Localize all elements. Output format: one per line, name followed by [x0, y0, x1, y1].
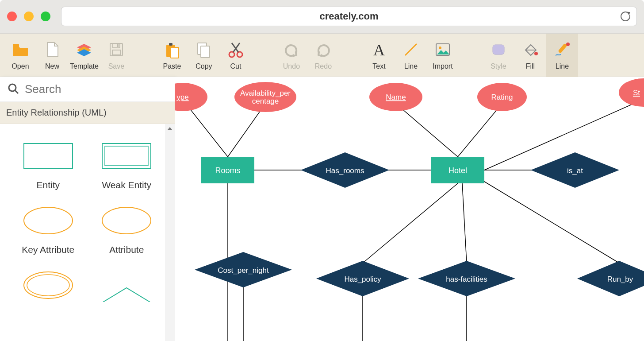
template-icon: [75, 40, 93, 59]
shape-search-input[interactable]: [25, 82, 169, 96]
browser-chrome: creately.com: [0, 0, 644, 34]
paste-button[interactable]: Paste: [156, 34, 188, 77]
reload-icon[interactable]: [621, 12, 630, 21]
diagram-canvas[interactable]: ype Availability_per centage Name Rating…: [175, 77, 644, 341]
copy-button[interactable]: Copy: [188, 34, 220, 77]
text-tool-label: Text: [372, 62, 385, 70]
window-minimize-button[interactable]: [24, 12, 34, 21]
svg-text:A: A: [373, 41, 385, 59]
open-button[interactable]: Open: [4, 34, 36, 77]
line-tool-button[interactable]: Line: [395, 34, 427, 77]
import-label: Import: [433, 62, 452, 70]
key-attribute-shape-icon: [19, 204, 77, 237]
attribute-rating[interactable]: Rating: [477, 83, 527, 111]
save-button[interactable]: Save: [100, 34, 132, 77]
svg-rect-4: [112, 50, 120, 55]
window-maximize-button[interactable]: [41, 12, 50, 21]
svg-line-13: [405, 44, 417, 55]
line-tool-label: Line: [404, 62, 418, 70]
diagram-edge[interactable]: [363, 183, 458, 263]
shape-entity[interactable]: Entity: [9, 139, 88, 190]
undo-icon: [282, 40, 301, 59]
svg-point-19: [566, 43, 570, 46]
attribute-availability[interactable]: Availability_per centage: [234, 82, 296, 112]
line-style-button[interactable]: Line: [546, 34, 578, 77]
shape-search-row: [0, 77, 175, 102]
attribute-st[interactable]: St: [619, 78, 644, 107]
attribute-shape-label: Attribute: [109, 244, 144, 255]
diagram-edge[interactable]: [458, 104, 502, 157]
redo-button[interactable]: Redo: [307, 34, 339, 77]
svg-text:centage: centage: [252, 97, 279, 105]
entity-shape-icon: [19, 139, 77, 173]
shape-category-header[interactable]: Entity Relationship (UML): [0, 102, 175, 124]
scroll-up-icon[interactable]: [165, 124, 175, 133]
folder-icon: [11, 40, 30, 59]
window-close-button[interactable]: [7, 12, 17, 21]
import-button[interactable]: Import: [427, 34, 459, 77]
svg-rect-2: [113, 43, 120, 48]
palette-scrollbar[interactable]: [165, 124, 175, 341]
undo-button[interactable]: Undo: [276, 34, 307, 77]
attribute-type[interactable]: ype: [175, 83, 207, 111]
shape-category-label: Entity Relationship (UML): [6, 108, 107, 118]
svg-rect-18: [558, 43, 567, 54]
svg-text:ype: ype: [176, 93, 188, 101]
shape-attribute[interactable]: Attribute: [88, 204, 166, 255]
template-button[interactable]: Template: [68, 34, 100, 77]
paste-icon: [163, 40, 181, 59]
relationship-has-rooms[interactable]: Has_rooms: [301, 152, 389, 188]
cut-button[interactable]: Cut: [220, 34, 252, 77]
svg-marker-29: [103, 290, 150, 302]
svg-text:Cost_per_night: Cost_per_night: [218, 266, 269, 275]
svg-rect-6: [169, 43, 172, 46]
entity-hotel[interactable]: Hotel: [431, 157, 484, 183]
relationship-run-by[interactable]: Run_by: [577, 261, 644, 296]
diagram-edge[interactable]: [186, 104, 228, 157]
svg-text:Run_by: Run_by: [607, 275, 633, 283]
copy-icon: [195, 40, 213, 59]
url-bar[interactable]: creately.com: [61, 7, 637, 26]
new-document-icon: [43, 40, 61, 59]
attribute-name[interactable]: Name: [369, 83, 422, 111]
new-button[interactable]: New: [36, 34, 68, 77]
multivalued-attribute-shape-icon: [19, 268, 77, 302]
text-tool-button[interactable]: A Text: [363, 34, 395, 77]
window-controls: [7, 12, 50, 21]
text-icon: A: [370, 40, 388, 59]
open-label: Open: [12, 62, 29, 70]
svg-line-21: [15, 90, 18, 93]
svg-text:St: St: [633, 89, 640, 97]
svg-text:has-facilities: has-facilities: [446, 275, 487, 283]
undo-label: Undo: [283, 62, 300, 70]
shape-key-attribute[interactable]: Key Attribute: [9, 204, 88, 255]
svg-rect-22: [24, 143, 73, 168]
diagram-edge[interactable]: [480, 179, 619, 263]
attribute-shape-icon: [98, 204, 155, 237]
relationship-cost-per-night[interactable]: Cost_per_night: [195, 252, 292, 287]
svg-text:Rooms: Rooms: [215, 166, 240, 175]
diagram-edge[interactable]: [396, 104, 458, 157]
svg-text:Has_rooms: Has_rooms: [326, 167, 364, 175]
relationship-has-facilities[interactable]: has-facilities: [418, 261, 515, 296]
svg-text:Availability_per: Availability_per: [240, 89, 291, 97]
relationship-has-policy[interactable]: Has_policy: [316, 261, 409, 296]
redo-icon: [314, 40, 333, 59]
template-label: Template: [70, 62, 99, 70]
shape-weak-entity[interactable]: Weak Entity: [88, 139, 166, 190]
diagram-edge[interactable]: [462, 183, 467, 263]
svg-text:Has_policy: Has_policy: [344, 275, 381, 283]
svg-point-25: [24, 207, 73, 234]
pencil-line-icon: [553, 40, 571, 59]
search-icon: [7, 82, 19, 97]
shape-panel: Entity Relationship (UML) Entity Weak En…: [0, 77, 175, 341]
cut-label: Cut: [230, 62, 241, 70]
shape-multivalued-attribute[interactable]: [9, 268, 88, 302]
relationship-shape-icon: [98, 268, 155, 302]
entity-rooms[interactable]: Rooms: [201, 157, 254, 183]
style-label: Style: [491, 62, 506, 70]
style-button[interactable]: Style: [483, 34, 514, 77]
shape-relationship[interactable]: [88, 268, 166, 302]
fill-button[interactable]: Fill: [514, 34, 546, 77]
relationship-is-at[interactable]: is_at: [531, 152, 619, 188]
